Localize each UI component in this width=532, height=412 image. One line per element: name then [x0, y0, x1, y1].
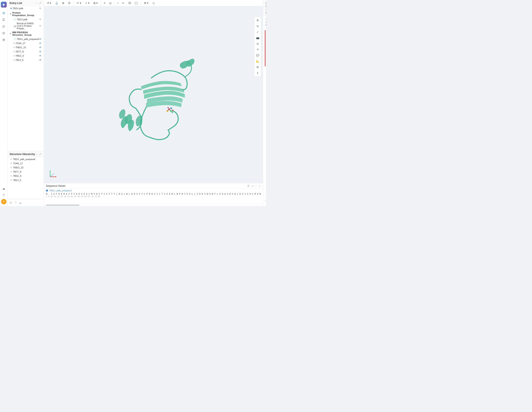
toolbar-divider: [74, 1, 74, 5]
entry-group-mmpbgsa[interactable]: ▼ MM PB/GBSA Structure_Group: [8, 30, 44, 37]
toolbar-circle-btn[interactable]: ◎: [108, 1, 113, 5]
minimize-icon[interactable]: −: [36, 1, 38, 5]
toolbar-back-btn[interactable]: ◁: [151, 1, 156, 5]
entry-item-7b2u-top[interactable]: 7B2U.pdb 👁: [8, 6, 44, 11]
nav-icon-home[interactable]: ⊞: [1, 10, 7, 16]
entry-child-7neo[interactable]: 7NEO_15 👁: [8, 45, 44, 49]
eye-icon[interactable]: 👁: [39, 46, 42, 49]
expand-triangle: ▼: [10, 13, 11, 15]
entry-eye-icon[interactable]: 👁: [39, 7, 42, 10]
toolbar-atom-btn[interactable]: ◯: [133, 1, 139, 5]
sequence-icon-4[interactable]: ⤡: [258, 184, 261, 187]
toolbar-measure-btn[interactable]: ≡: [103, 1, 107, 5]
sequence-icon-2[interactable]: ⤢: [251, 184, 254, 187]
results-panel: MM PB/GBSA Structure Result ⧉ − ⤢ ✕ SARS…: [263, 0, 266, 206]
toolbar-link-btn[interactable]: ⛓: [127, 1, 132, 5]
entry-list-panel: Entry List − ⤢ 7B2U.pdb 👁 ▼: [8, 0, 44, 151]
toolbar-add-btn[interactable]: ⊕: [61, 1, 66, 5]
hierarchy-dot: [10, 175, 12, 177]
toolbar-edit-btn[interactable]: ✏: [121, 1, 126, 5]
eye-icon[interactable]: 👁: [39, 38, 42, 40]
results-panel-title: MM PB/GBSA Structure Result: [266, 2, 266, 14]
expand-icon[interactable]: ⤢: [39, 152, 42, 156]
table-row[interactable]: 7B5Z_6 -7.074 ⏱ ⎙ ⬇ ···: [265, 54, 266, 60]
top-row: Entry List − ⤢ 7B2U.pdb 👁 ▼: [8, 0, 266, 206]
page-1-btn[interactable]: 1: [263, 198, 263, 203]
zoom-out-btn[interactable]: ⊖: [255, 24, 260, 29]
minimize-icon[interactable]: −: [36, 152, 38, 156]
eye-icon[interactable]: 👁: [39, 54, 42, 57]
nav-icon-grid[interactable]: ⊞: [1, 37, 7, 43]
left-icon-1[interactable]: ⊞: [10, 201, 12, 204]
table-row[interactable]: 7O46_17 -14.559 ⏱ ⎙ ⬇ ···: [265, 36, 266, 42]
left-icon-2[interactable]: ?: [15, 201, 16, 204]
sequence-icon-3[interactable]: −: [255, 184, 257, 187]
entry-item-label: 7B2U.pdb: [12, 7, 23, 10]
refresh-btn[interactable]: ↺: [255, 47, 260, 52]
eye-icon[interactable]: 👁: [39, 18, 42, 21]
result-icon: 📊: [13, 25, 16, 27]
entry-group-protein[interactable]: ▼ Protein Preparation_Group: [8, 11, 44, 17]
nav-icon-table[interactable]: ⊡: [1, 23, 7, 29]
toolbar-box-btn[interactable]: ⊞ ▾: [92, 1, 99, 5]
hierarchy-item[interactable]: 7O46_17: [8, 161, 44, 166]
svg-line-18: [50, 174, 54, 177]
center-btn[interactable]: ◎: [255, 41, 260, 46]
nav-icon-structure[interactable]: ⊟: [1, 30, 7, 36]
toolbar-settings-btn[interactable]: ⚙ ▾: [142, 1, 150, 5]
sequence-icon-1[interactable]: ⚙: [247, 184, 250, 187]
chain-name: 7B2U_pdb_prepared: [49, 189, 72, 192]
table-row[interactable]: 7B77_8 -6.625 ⏱ ⎙ ⬇ ···: [265, 60, 266, 66]
next-page-btn[interactable]: ›: [265, 199, 266, 202]
horizontal-scrollbar[interactable]: [46, 205, 79, 206]
hierarchy-item[interactable]: 7B5Z_6: [8, 174, 44, 178]
group-label: Protein Preparation_Group: [12, 11, 42, 17]
measure-btn[interactable]: 📐: [255, 59, 260, 64]
hierarchy-list: 7B2U_pdb_prepared 7O46_17 7NEO_15 7B77_8: [8, 157, 44, 199]
label-btn[interactable]: 💬: [255, 53, 260, 58]
toolbar-anchor-btn[interactable]: ⚓: [54, 1, 59, 5]
entry-child-7b2u[interactable]: 📄 7B2U.pdb 👁: [8, 17, 44, 21]
user-avatar[interactable]: Y: [1, 199, 7, 204]
hierarchy-item[interactable]: 7B77_8: [8, 170, 44, 174]
sequence-numbers: 1 5 10 15 20 25 30 35 40 45 50 55 60 65 …: [44, 196, 263, 198]
toolbar-select-btn[interactable]: ✏ ▾: [75, 1, 83, 5]
eye-icon[interactable]: 👁: [39, 24, 42, 27]
zoom-in-btn[interactable]: ⊕: [255, 18, 260, 23]
toolbar-divider2: [101, 1, 101, 5]
nav-icon-cloud[interactable]: ☁: [1, 186, 7, 191]
entry-list-actions: − ⤢: [36, 1, 42, 5]
pagination: Total 5 Items ‹ 1 ›: [263, 195, 266, 206]
entry-child-7b77[interactable]: 7B77_8 👁: [8, 49, 44, 54]
expand-icon[interactable]: ⤢: [39, 1, 42, 5]
toolbar-line-btn[interactable]: /: [116, 1, 120, 5]
toolbar-divider4: [141, 1, 141, 5]
table-row[interactable]: 7B2J_5 -11.179 ⏱ ⎙ ⬇ ···: [265, 48, 266, 54]
nav-icon-help[interactable]: ?: [1, 192, 7, 198]
left-icon-3[interactable]: ☁: [19, 201, 22, 204]
entry-child-7o46[interactable]: 7O46_17 👁: [8, 41, 44, 45]
nav-icon-list[interactable]: ☰: [1, 17, 7, 23]
entry-child-result[interactable]: 📊 Result of SARS-CoV-2 Protein Prepar...…: [8, 21, 44, 30]
viewer-toolbar: ↺ ▾ ⚓ ⊕ ☰ ✏ ▾ ⤢ ▾ ⊞ ▾ ≡ ◎ / ✏ ⛓ ◯ ⚙ ▾ ◁: [44, 0, 263, 6]
toolbar-menu-btn[interactable]: ☰: [67, 1, 72, 5]
viewer-canvas[interactable]: ⊕ ⊖ ⤢ 📷 ◎ ↺ 💬 📐 ⊞ ℹ: [44, 6, 263, 183]
eye-icon[interactable]: 👁: [39, 42, 42, 45]
fit-btn[interactable]: ⤢: [255, 29, 260, 34]
entry-child-7b2u-prepared[interactable]: 📄 7B2U_pdb_prepared 👁: [8, 37, 44, 41]
hierarchy-item[interactable]: 7B2U_pdb_prepared: [8, 157, 44, 161]
hierarchy-item[interactable]: 7NEO_15: [8, 166, 44, 170]
entry-child-7b5z[interactable]: 7B5Z_6 👁: [8, 54, 44, 58]
info-btn[interactable]: ℹ: [255, 70, 260, 75]
table-row[interactable]: 7NEO_15 -14.521 ⏱ ⎙ ⬇ ···: [265, 42, 266, 48]
toolbar-move-btn[interactable]: ⤢ ▾: [84, 1, 91, 5]
sequence-title: Sequence Viewer: [46, 185, 66, 187]
hierarchy-item[interactable]: 7B2J_5: [8, 178, 44, 182]
grid-btn[interactable]: ⊞: [255, 65, 260, 69]
entry-child-7b2j[interactable]: 7B2J_5 👁: [8, 58, 44, 62]
toolbar-rotate-btn[interactable]: ↺ ▾: [46, 1, 53, 5]
eye-icon[interactable]: 👁: [39, 50, 42, 53]
screenshot-btn[interactable]: 📷: [255, 35, 260, 40]
hierarchy-dot: [10, 158, 12, 160]
eye-icon[interactable]: 👁: [39, 59, 42, 61]
